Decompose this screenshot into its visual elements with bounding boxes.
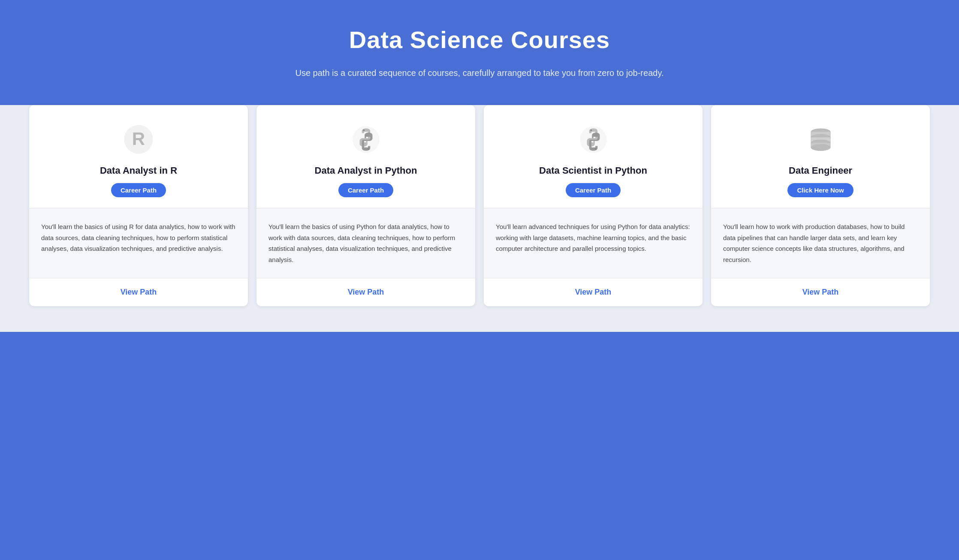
card-body-0: You'll learn the basics of using R for d… [29,208,248,278]
svg-point-4 [367,148,369,150]
card-description-2: You'll learn advanced techniques for usi… [496,221,691,254]
course-card-card-python-analyst: Data Analyst in Python Career Path You'l… [256,105,475,306]
view-path-button-2[interactable]: View Path [575,288,612,297]
card-badge-0[interactable]: Career Path [111,183,166,197]
svg-point-3 [363,129,365,131]
card-badge-3[interactable]: Click Here Now [787,183,853,197]
cards-container: R Data Analyst in R Career Path You'll l… [29,105,930,306]
card-footer-3: View Path [711,278,930,306]
card-description-0: You'll learn the basics of using R for d… [41,221,236,254]
card-badge-2[interactable]: Career Path [566,183,621,197]
hero-subtitle: Use path is a curated sequence of course… [286,66,673,79]
card-title-0: Data Analyst in R [100,165,177,176]
view-path-button-3[interactable]: View Path [802,288,839,297]
cards-section: R Data Analyst in R Career Path You'll l… [0,105,959,332]
card-footer-0: View Path [29,278,248,306]
hero-section: Data Science Courses Use path is a curat… [0,0,959,122]
card-body-1: You'll learn the basics of using Python … [256,208,475,278]
card-top-2: Data Scientist in Python Career Path [484,105,703,208]
card-body-3: You'll learn how to work with production… [711,208,930,278]
card-top-0: R Data Analyst in R Career Path [29,105,248,208]
card-description-1: You'll learn the basics of using Python … [268,221,463,265]
svg-point-7 [594,148,596,150]
card-body-2: You'll learn advanced techniques for usi… [484,208,703,278]
svg-text:R: R [132,129,145,149]
page-title: Data Science Courses [17,26,942,54]
card-icon-python-1 [349,122,383,157]
card-title-3: Data Engineer [789,165,852,176]
card-icon-python-2 [576,122,610,157]
card-footer-1: View Path [256,278,475,306]
card-footer-2: View Path [484,278,703,306]
course-card-card-python-scientist: Data Scientist in Python Career Path You… [484,105,703,306]
card-description-3: You'll learn how to work with production… [723,221,918,265]
card-top-3: Data Engineer Click Here Now [711,105,930,208]
svg-point-11 [811,144,830,151]
view-path-button-1[interactable]: View Path [348,288,384,297]
course-card-card-r: R Data Analyst in R Career Path You'll l… [29,105,248,306]
card-title-1: Data Analyst in Python [315,165,417,176]
card-top-1: Data Analyst in Python Career Path [256,105,475,208]
card-badge-1[interactable]: Career Path [338,183,393,197]
card-icon-r-0: R [121,122,156,157]
view-path-button-0[interactable]: View Path [121,288,157,297]
course-card-card-engineer: Data Engineer Click Here Now You'll lear… [711,105,930,306]
svg-point-6 [590,129,592,131]
card-icon-db-3 [803,122,838,157]
card-title-2: Data Scientist in Python [539,165,647,176]
